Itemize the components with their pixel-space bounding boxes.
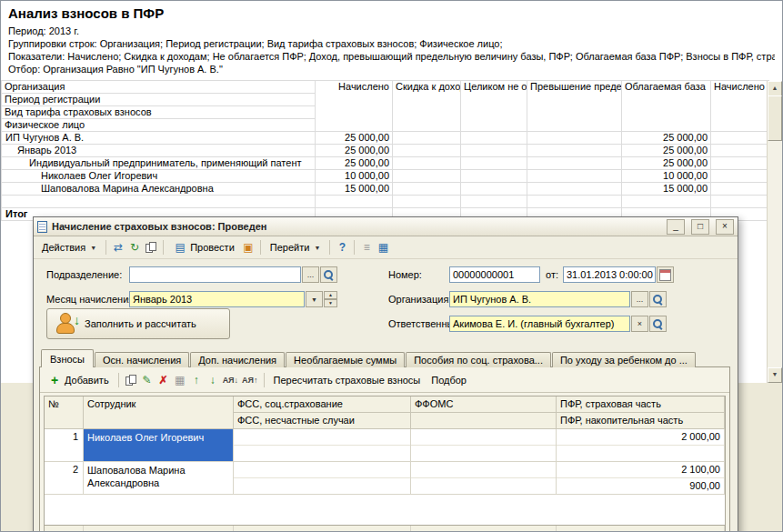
sort-desc-icon[interactable]: АЯ↑ xyxy=(241,373,258,387)
fss-value-bottom[interactable] xyxy=(234,445,410,461)
report-cell[interactable] xyxy=(527,170,622,183)
report-cell[interactable] xyxy=(461,196,527,208)
report-cell[interactable]: 10 000,00 xyxy=(622,170,711,183)
report-cell[interactable] xyxy=(711,132,769,145)
sort-asc-icon[interactable]: АЯ↓ xyxy=(222,373,239,387)
tab-1[interactable]: Взносы xyxy=(41,349,94,367)
report-cell[interactable] xyxy=(393,196,461,208)
list-settings-icon[interactable]: ≡ xyxy=(359,240,374,255)
tab-4[interactable]: Необлагаемые суммы xyxy=(286,352,405,367)
help-icon[interactable]: ? xyxy=(335,240,349,255)
ffoms-value-top[interactable] xyxy=(411,429,556,445)
department-search-button[interactable] xyxy=(320,266,337,283)
report-cell[interactable]: 25 000,00 xyxy=(316,145,393,157)
fss-value-top[interactable] xyxy=(234,429,410,445)
report-cell[interactable]: 25 000,00 xyxy=(622,145,711,157)
add-row-button[interactable]: + Добавить xyxy=(43,371,114,389)
report-cell[interactable] xyxy=(393,145,461,157)
ffoms-cell[interactable] xyxy=(411,429,557,462)
organization-search-button[interactable] xyxy=(649,291,667,307)
goto-menu-button[interactable]: Перейти ▼ xyxy=(266,240,326,255)
responsible-clear-button[interactable]: × xyxy=(631,316,648,332)
report-vertical-scrollbar[interactable]: ▲ ▼ xyxy=(767,81,782,383)
report-cell[interactable]: 10 000,00 xyxy=(316,170,393,183)
organization-ellipsis-button[interactable]: ... xyxy=(631,291,648,307)
pfr-value-top[interactable]: 2 100,00 xyxy=(557,462,724,477)
move-down-icon[interactable]: ↓ xyxy=(206,373,220,387)
close-button[interactable]: × xyxy=(716,219,734,235)
report-cell[interactable] xyxy=(527,145,622,157)
scroll-down-button[interactable]: ▼ xyxy=(768,367,782,383)
create-based-on-icon[interactable]: ▣ xyxy=(241,240,256,255)
grid-row[interactable]: 1Николаев Олег Игоревич2 000,00 xyxy=(45,429,725,462)
report-cell[interactable] xyxy=(711,145,769,157)
scrollbar-thumb[interactable] xyxy=(768,95,782,141)
report-cell[interactable] xyxy=(461,157,527,170)
report-cell[interactable]: 15 000,00 xyxy=(316,183,393,196)
report-row-label[interactable]: Индивидуальный предприниматель, применяю… xyxy=(2,157,316,170)
dialog-titlebar[interactable]: Начисление страховых взносов: Проведен _… xyxy=(34,217,738,236)
pfr-cell[interactable]: 2 100,00900,00 xyxy=(557,462,725,495)
department-ellipsis-button[interactable]: ... xyxy=(302,266,319,283)
copy-row-icon[interactable] xyxy=(124,373,138,387)
ffoms-value-bottom[interactable] xyxy=(411,477,556,494)
report-cell[interactable] xyxy=(393,170,461,183)
tab-6[interactable]: По уходу за ребенком до ... xyxy=(552,352,696,367)
report-cell[interactable] xyxy=(461,145,527,157)
employee-cell[interactable]: Шаповалова Марина Александровна xyxy=(84,462,234,495)
month-input[interactable]: Январь 2013 xyxy=(129,291,305,307)
fss-value-bottom[interactable] xyxy=(234,477,410,494)
report-row-label[interactable]: Шаповалова Марина Александровна xyxy=(2,183,316,196)
fss-cell[interactable] xyxy=(234,462,411,495)
tab-5[interactable]: Пособия по соц. страхова... xyxy=(406,352,551,367)
report-cell[interactable] xyxy=(461,132,527,145)
report-row-label[interactable]: Январь 2013 xyxy=(2,145,316,157)
end-edit-icon[interactable]: ▦ xyxy=(173,373,187,387)
pfr-value-bottom[interactable] xyxy=(557,445,724,461)
spin-up-button[interactable]: ▲ xyxy=(324,291,337,299)
report-cell[interactable] xyxy=(461,170,527,183)
ffoms-value-bottom[interactable] xyxy=(411,445,556,461)
responsible-search-button[interactable] xyxy=(649,316,667,332)
report-cell[interactable] xyxy=(393,183,461,196)
report-cell[interactable]: 25 000,00 xyxy=(622,157,711,170)
report-cell[interactable] xyxy=(393,132,461,145)
scroll-up-button[interactable]: ▲ xyxy=(768,81,782,96)
pfr-value-top[interactable]: 2 000,00 xyxy=(557,429,724,445)
report-cell[interactable] xyxy=(711,157,769,170)
row-number-cell[interactable]: 2 xyxy=(45,462,84,495)
report-cell[interactable] xyxy=(316,196,393,208)
edit-row-icon[interactable]: ✎ xyxy=(140,373,155,387)
report-cell[interactable] xyxy=(622,196,711,208)
fill-and-calculate-button[interactable]: ↓ Заполнить и рассчитать xyxy=(46,308,230,339)
report-cell[interactable]: 25 000,00 xyxy=(316,157,393,170)
tab-3[interactable]: Доп. начисления xyxy=(190,352,285,367)
post-button[interactable]: ▤ Провести xyxy=(168,238,239,256)
report-cell[interactable] xyxy=(527,183,622,196)
report-cell[interactable] xyxy=(711,170,769,183)
report-cell[interactable]: 15 000,00 xyxy=(622,183,711,196)
grid-row[interactable]: 2Шаповалова Марина Александровна2 100,00… xyxy=(45,462,725,495)
month-dropdown-button[interactable]: ▼ xyxy=(306,291,323,307)
structure-icon[interactable]: ▦ xyxy=(376,240,390,255)
report-cell[interactable] xyxy=(393,157,461,170)
report-cell[interactable]: 25 000,00 xyxy=(622,132,711,145)
report-row-label[interactable]: Николаев Олег Игоревич xyxy=(2,170,316,183)
report-row-label[interactable] xyxy=(2,196,316,208)
responsible-input[interactable]: Акимова Е. И. (главный бухгалтер) xyxy=(449,316,630,332)
report-cell[interactable] xyxy=(711,196,769,208)
report-cell[interactable] xyxy=(711,183,769,196)
ffoms-value-top[interactable] xyxy=(411,462,556,477)
recalculate-contributions-button[interactable]: Пересчитать страховые взносы xyxy=(269,373,426,387)
date-input[interactable]: 31.01.2013 0:00:00 xyxy=(563,266,656,283)
move-up-icon[interactable]: ↑ xyxy=(189,373,204,387)
pick-button[interactable]: Подбор xyxy=(427,373,471,387)
organization-input[interactable]: ИП Чугунов А. В. xyxy=(449,291,630,307)
report-cell[interactable] xyxy=(527,132,622,145)
employee-cell[interactable]: Николаев Олег Игоревич xyxy=(84,429,234,462)
report-cell[interactable]: 25 000,00 xyxy=(316,132,393,145)
maximize-button[interactable]: □ xyxy=(691,219,709,235)
number-input[interactable]: 00000000001 xyxy=(449,266,540,283)
report-cell[interactable] xyxy=(527,157,622,170)
spin-down-button[interactable]: ▼ xyxy=(324,299,337,307)
